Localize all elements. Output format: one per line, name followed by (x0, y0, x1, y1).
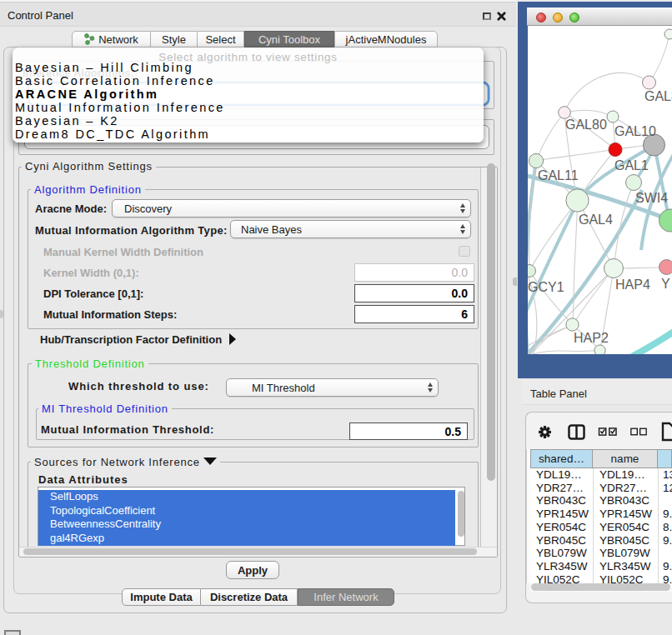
svg-text:GCY1: GCY1 (528, 280, 564, 294)
svg-text:GAL1: GAL1 (614, 158, 649, 172)
svg-text:SWI4: SWI4 (635, 191, 668, 205)
svg-text:GAL4: GAL4 (579, 212, 613, 227)
svg-text:GAL8: GAL8 (644, 89, 672, 103)
svg-text:HAP4: HAP4 (615, 278, 650, 292)
svg-text:GAL11: GAL11 (538, 168, 579, 182)
svg-text:GAL10: GAL10 (614, 124, 656, 138)
svg-text:HAP2: HAP2 (574, 331, 609, 345)
svg-text:Y: Y (661, 277, 670, 291)
svg-text:GAL80: GAL80 (565, 118, 607, 132)
